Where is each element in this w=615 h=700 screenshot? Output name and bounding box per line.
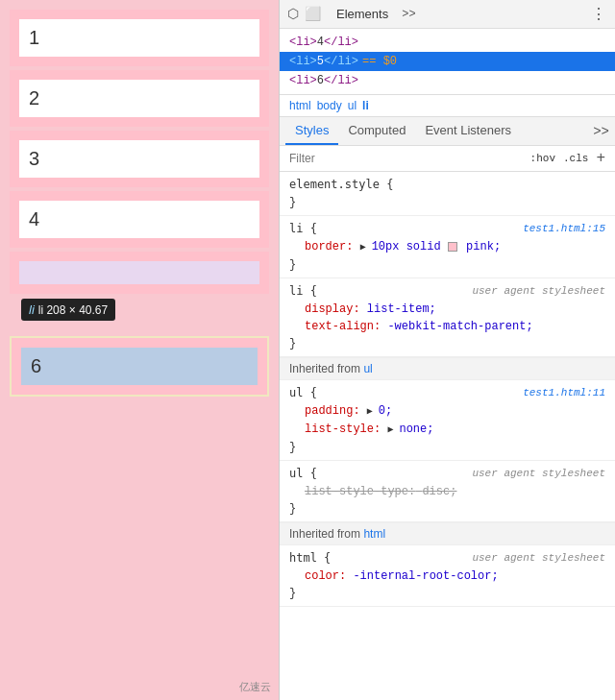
elements-tab[interactable]: Elements xyxy=(327,7,398,21)
close-brace-ul2: } xyxy=(289,502,296,516)
dom-tag-open-5: <li> xyxy=(289,55,317,68)
prop-border-triangle[interactable]: ▶ xyxy=(360,242,372,253)
inherited-from-label-html: Inherited from xyxy=(289,527,363,541)
list-item-2: 2 xyxy=(10,70,269,127)
dom-line-li5[interactable]: <li>5</li>== $0 xyxy=(280,52,615,71)
filter-input[interactable] xyxy=(289,152,530,165)
dom-tag-open: <li> xyxy=(289,36,317,49)
dom-tree: <li>4</li> <li>5</li>== $0 <li>6</li> xyxy=(280,29,615,95)
tab-styles[interactable]: Styles xyxy=(285,117,338,145)
panel-tabs: Styles Computed Event Listeners >> xyxy=(280,117,615,146)
close-brace-li2: } xyxy=(289,337,296,350)
prop-liststyletype-val: disc; xyxy=(422,485,456,498)
styles-content: element.style { } li { test1.html:15 bor… xyxy=(280,172,615,700)
close-brace-ul1: } xyxy=(289,441,296,454)
selector-html: html { xyxy=(289,551,331,565)
dom-line-li4[interactable]: <li>4</li> xyxy=(280,33,615,52)
tooltip-tag: li xyxy=(29,302,35,317)
cursor-icon[interactable]: ⬡ xyxy=(287,6,299,22)
left-panel: 1 2 3 4 li li 208 × 40.67 6 亿速云 xyxy=(0,0,279,700)
prop-liststyle-name: list-style: xyxy=(305,422,381,436)
inherited-from-label-ul: Inherited from xyxy=(289,362,363,375)
dom-tag-close-5: </li> xyxy=(324,55,358,68)
inherited-ul-tag[interactable]: ul xyxy=(363,362,372,375)
selector-li-1: li { xyxy=(289,222,317,235)
cls-toggle[interactable]: .cls xyxy=(563,153,588,164)
prop-display-name: display: xyxy=(305,302,360,316)
source-ul-1[interactable]: test1.html:11 xyxy=(523,384,605,401)
prop-liststyletype-name: list-style-type: xyxy=(305,485,415,498)
selector-ul-1: ul { xyxy=(289,386,317,399)
prop-padding-name: padding: xyxy=(305,404,360,418)
devtools-header: ⬡ ⬜ Elements >> ⋮ xyxy=(280,0,615,29)
style-block-element: element.style { } xyxy=(280,172,615,216)
prop-padding-val: 0; xyxy=(379,404,392,418)
tab-computed[interactable]: Computed xyxy=(338,117,415,145)
element-tooltip: li li 208 × 40.67 xyxy=(21,299,115,321)
element-breadcrumb: html body ul li xyxy=(280,95,615,117)
inspect-icon[interactable]: ⬜ xyxy=(305,6,321,22)
dom-text-6: 6 xyxy=(317,74,324,87)
source-li-ua: user agent stylesheet xyxy=(472,282,605,300)
tab-event-listeners[interactable]: Event Listeners xyxy=(415,117,521,145)
breadcrumb-html[interactable]: html xyxy=(289,99,311,112)
dom-eq-marker: == $0 xyxy=(362,55,397,68)
devtools-menu-icon[interactable]: ⋮ xyxy=(591,5,607,24)
hov-toggle[interactable]: :hov xyxy=(530,153,555,164)
list-item-3: 3 xyxy=(10,131,269,187)
selector-li-2: li { xyxy=(289,284,317,298)
more-panels-icon[interactable]: >> xyxy=(593,124,609,139)
dom-tag-close-6: </li> xyxy=(324,74,358,87)
source-html-ua: user agent stylesheet xyxy=(472,549,605,567)
dom-tag-open-6: <li> xyxy=(289,74,317,87)
breadcrumb-li[interactable]: li xyxy=(362,99,369,112)
color-swatch-pink[interactable] xyxy=(448,242,457,252)
prop-border-name: border: xyxy=(305,240,353,253)
list-item-3-label: 3 xyxy=(29,148,39,169)
breadcrumb-body[interactable]: body xyxy=(317,99,342,112)
list-item-2-label: 2 xyxy=(29,87,39,109)
more-tabs-icon[interactable]: >> xyxy=(402,8,415,21)
list-item-5: li li 208 × 40.67 xyxy=(10,252,269,294)
tooltip-dimensions: li 208 × 40.67 xyxy=(38,303,108,317)
list-item-6-label: 6 xyxy=(31,355,41,376)
filter-row: :hov .cls + xyxy=(280,146,615,172)
prop-textalign-val: -webkit-match-parent; xyxy=(387,320,532,333)
list-item-4: 4 xyxy=(10,191,269,248)
right-panel: ⬡ ⬜ Elements >> ⋮ <li>4</li> <li>5</li>=… xyxy=(279,0,615,700)
prop-display-val: list-item; xyxy=(367,302,436,316)
dom-line-li6[interactable]: <li>6</li> xyxy=(280,71,615,90)
list-item-1: 1 xyxy=(10,10,269,66)
prop-padding-triangle[interactable]: ▶ xyxy=(367,406,379,417)
close-brace-li1: } xyxy=(289,258,296,272)
list-item-4-label: 4 xyxy=(29,208,39,229)
dom-text-4: 4 xyxy=(317,36,324,49)
prop-color-name: color: xyxy=(305,569,346,583)
dom-tag-close: </li> xyxy=(324,36,358,49)
style-block-li-border: li { test1.html:15 border: ▶ 10px solid … xyxy=(280,216,615,278)
prop-border-val1: 10px solid xyxy=(372,240,448,253)
add-style-button[interactable]: + xyxy=(596,150,605,167)
style-block-ul-custom: ul { test1.html:11 padding: ▶ 0; list-st… xyxy=(280,380,615,461)
inherited-from-html: Inherited from html xyxy=(280,522,615,545)
prop-liststyle-triangle[interactable]: ▶ xyxy=(387,424,399,435)
list-item-6-outer: 6 xyxy=(10,336,269,397)
prop-border-val2: pink; xyxy=(466,240,501,253)
dom-text-5: 5 xyxy=(317,55,324,68)
close-brace-html: } xyxy=(289,587,296,600)
prop-liststyle-val: none; xyxy=(399,422,433,436)
close-brace-element: } xyxy=(289,196,296,209)
inherited-from-ul: Inherited from ul xyxy=(280,357,615,380)
watermark: 亿速云 xyxy=(239,680,271,694)
prop-color-val: -internal-root-color; xyxy=(353,569,498,583)
source-li-1[interactable]: test1.html:15 xyxy=(523,220,605,237)
source-ul-ua: user agent stylesheet xyxy=(472,465,605,482)
inherited-html-tag[interactable]: html xyxy=(363,527,385,541)
list-item-1-label: 1 xyxy=(29,27,39,48)
list-item-6: 6 xyxy=(12,338,267,395)
style-block-ul-useragent: ul { user agent stylesheet list-style-ty… xyxy=(280,461,615,522)
style-block-html-useragent: html { user agent stylesheet color: -int… xyxy=(280,545,615,607)
breadcrumb-ul[interactable]: ul xyxy=(348,99,357,112)
selector-element-style: element.style { xyxy=(289,178,393,191)
selector-ul-2: ul { xyxy=(289,467,317,480)
